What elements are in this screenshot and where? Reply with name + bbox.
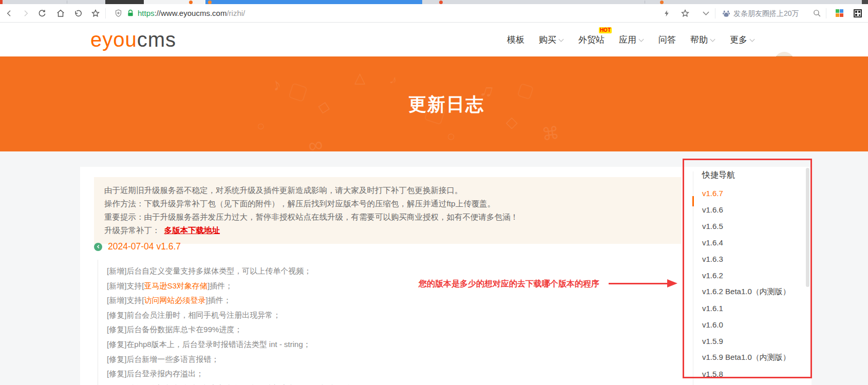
undo-icon[interactable] — [72, 7, 84, 20]
changelog-item: [修复]前台会员注册时，相同手机号注册出现异常； — [107, 308, 497, 323]
nav-item-help[interactable]: 帮助 — [690, 34, 715, 46]
changelog-item: [新增]支持[访问网站必须登录]插件； — [107, 293, 497, 308]
qr-code-icon[interactable] — [852, 7, 864, 20]
chevron-down-icon — [749, 38, 755, 42]
notice-line: 操作方法：下载升级异常补丁包（见下面的附件），解压后找到对应版本号的压缩包，解压… — [104, 197, 671, 210]
banner-pattern-glyph: △ — [354, 69, 366, 86]
download-link[interactable]: 多版本下载地址 — [164, 226, 220, 235]
nav-item-qa[interactable]: 问答 — [658, 34, 676, 46]
tab-divider — [645, 1, 645, 4]
toolbar-divider — [715, 8, 715, 18]
chevron-down-icon — [558, 38, 564, 42]
browser-tab-strip — [0, 0, 868, 4]
browser-tab[interactable] — [144, 0, 205, 4]
notice-line: 升级异常补丁：多版本下载地址 — [104, 224, 671, 237]
banner-pattern-glyph: ♪ — [387, 71, 400, 89]
page-title: 更新日志 — [12, 92, 868, 116]
lightning-icon[interactable] — [661, 7, 673, 20]
shield-icon[interactable] — [112, 7, 124, 20]
site-header: eyoucms 模板 购买 外贸站HOT 应用 问答 帮助 更多 — [0, 23, 868, 56]
tab-favicon — [862, 0, 868, 4]
eyoucms-logo[interactable]: eyoucms — [90, 28, 176, 51]
nav-item-buy[interactable]: 购买 — [539, 34, 564, 46]
version-badge-icon — [94, 243, 102, 251]
annotation-arrow-icon — [609, 283, 671, 284]
search-icon[interactable] — [810, 7, 823, 20]
logo-text-orange: eyou — [90, 28, 137, 51]
changelog-item: [修复]后台登录报内存溢出； — [107, 367, 497, 381]
changelog-item: [修复]在php8版本上，后台登录时报错语法类型 int - string； — [107, 337, 497, 352]
browser-tab-active[interactable] — [205, 0, 422, 4]
notice-line: 重要提示：由于升级服务器并发压力过大，暂停非授权站点在线升级，有需要可以购买商业… — [104, 210, 671, 224]
logo-text-gray: cms — [137, 28, 176, 51]
browser-toolbar: https://www.eyoucms.com/rizhi/ — [0, 4, 868, 23]
toolbar-divider — [105, 8, 106, 18]
tab-favicon — [439, 1, 443, 4]
nav-item-templates[interactable]: 模板 — [507, 34, 524, 46]
nav-item-foreign-trade[interactable]: 外贸站HOT — [578, 34, 605, 46]
chevron-down-icon — [710, 38, 715, 42]
toolbar-divider — [826, 8, 826, 18]
tab-favicon — [0, 0, 3, 4]
address-bar[interactable]: https://www.eyoucms.com/rizhi/ — [138, 4, 245, 22]
browser-tab[interactable] — [105, 0, 144, 4]
notice-box: 由于近期旧升级服务器不稳定，对系统升级及插件更新造成影响，请大家及时打下补丁包更… — [94, 177, 682, 244]
changelog-item: [新增]后台自定义变量支持多媒体类型，可以上传单个视频； — [107, 264, 497, 279]
changelog-item: [修复]后台发布视频文档时，添加视频第三方链接报字段file_ext长度不够； — [107, 381, 497, 385]
favorite-star-icon[interactable] — [89, 7, 102, 20]
banner-pattern-glyph: ○ — [444, 127, 458, 146]
banner-pattern-glyph: ∞ — [306, 132, 325, 151]
changelog-item: [修复]后台新增一些多语言报错； — [107, 352, 497, 367]
banner-pattern-glyph: ⌘ — [540, 122, 560, 145]
home-icon[interactable] — [54, 7, 67, 20]
apps-grid-icon[interactable] — [833, 7, 845, 20]
tab-favicon — [189, 1, 193, 4]
banner-pattern-glyph: ○ — [257, 118, 265, 134]
bookmark-star-icon[interactable] — [679, 7, 691, 20]
url-host: ://www.eyoucms.com — [155, 9, 227, 17]
lock-icon — [124, 7, 137, 20]
nav-item-more[interactable]: 更多 — [730, 34, 755, 46]
page-banner: ♪ ◇ △ ∞ ♫ ◇ ⌘ ○ ○ ♪ 更新日志 — [0, 56, 868, 151]
annotation-text: 您的版本是多少的想对应的去下载哪个版本的程序 — [419, 279, 599, 290]
search-input[interactable] — [733, 7, 809, 20]
url-protocol: https — [138, 9, 155, 17]
tab-divider — [67, 1, 67, 4]
main-nav: 模板 购买 外贸站HOT 应用 问答 帮助 更多 — [507, 23, 755, 56]
nav-item-apps[interactable]: 应用 — [619, 34, 644, 46]
changelog-entry-header: 2024-07-04 v1.6.7 — [94, 241, 181, 252]
tab-favicon — [208, 1, 212, 4]
chevron-down-icon[interactable] — [700, 7, 712, 20]
timeline-line — [98, 260, 98, 385]
chevron-down-icon — [638, 38, 644, 42]
url-path: /rizhi/ — [227, 9, 245, 17]
changelog-date-title: 2024-07-04 v1.6.7 — [108, 241, 181, 252]
hot-badge: HOT — [599, 27, 612, 33]
refresh-icon[interactable] — [36, 7, 48, 20]
notice-line: 由于近期旧升级服务器不稳定，对系统升级及插件更新造成影响，请大家及时打下补丁包更… — [104, 184, 671, 197]
back-icon[interactable] — [3, 7, 15, 20]
annotation-highlight-box — [683, 159, 812, 378]
changelog-item: [修复]后台备份数据库总卡在99%进度； — [107, 322, 497, 337]
tab-favicon — [660, 1, 664, 4]
baidu-paw-icon — [720, 7, 732, 20]
patch-label: 升级异常补丁： — [104, 226, 160, 235]
forward-icon[interactable] — [20, 7, 32, 20]
